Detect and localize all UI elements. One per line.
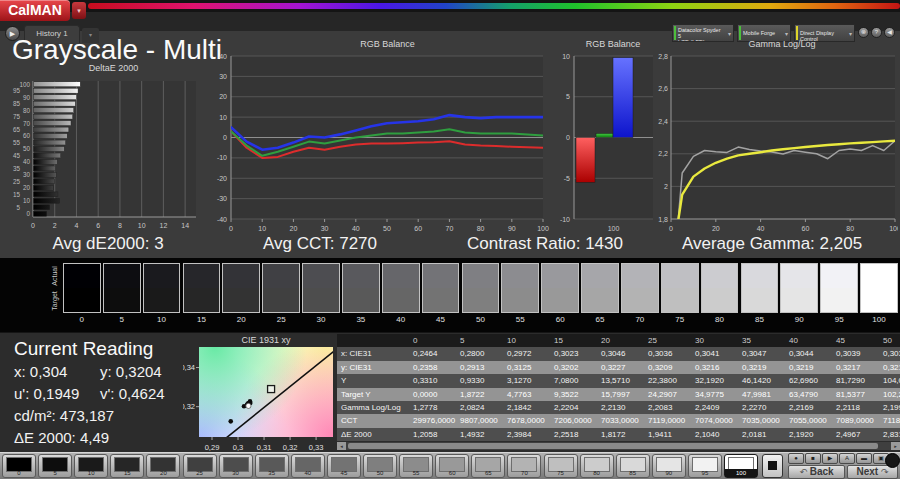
pattern-a-icon: A [845,455,849,461]
pattern-level-90-button[interactable]: 90 [652,454,686,478]
swatch-target-half [303,288,339,312]
help-button[interactable]: ? [871,27,882,38]
scroll-left-icon[interactable]: ◂ [337,442,346,450]
svg-text:90: 90 [23,94,31,101]
swatch-actual-half [423,264,459,288]
settings-button[interactable]: ⊗ [858,27,869,38]
pattern-level-35-button[interactable]: 35 [255,454,289,478]
logo-menu-arrow-icon[interactable]: ▾ [72,2,86,19]
grayscale-swatch-70 [621,263,659,313]
svg-text:-5: -5 [564,175,570,182]
value-cell: 2,1040 [695,428,742,441]
power-button[interactable] [885,453,900,468]
value-cell: 9,3522 [554,388,601,401]
row-label-cell: Y [337,374,413,387]
pattern-level-75-button[interactable]: 75 [544,454,578,478]
svg-text:40: 40 [352,225,360,232]
pattern-level-60-button[interactable]: 60 [435,454,469,478]
reading-x: x: 0,304 [14,363,67,380]
svg-text:30: 30 [23,171,31,178]
dash-button[interactable]: ▬ [856,453,872,464]
scroll-right-icon[interactable]: ▸ [891,442,900,450]
row-label-cell: y: CIE31 [337,361,413,374]
value-cell: 0,3217 [836,361,883,374]
pattern-level-5-button[interactable]: 5 [38,454,72,478]
record-button[interactable]: ● [788,453,804,464]
svg-text:0: 0 [223,134,227,141]
value-cell: 9807,0000 [460,414,507,427]
pattern-level-55-button[interactable]: 55 [399,454,433,478]
swatch-target-half [343,288,379,312]
back-button[interactable]: ↶ Back [788,465,845,479]
pattern-level-85-button[interactable]: 85 [616,454,650,478]
play-button[interactable]: ▶ [822,453,838,464]
grayscale-swatch-90 [780,263,818,313]
swatch-target-half [263,288,299,312]
value-cell: 29976,0000 [413,414,460,427]
value-cell: 2,2130 [601,401,648,414]
pattern-level-100-button[interactable]: 100 [724,454,758,478]
table-scrollbar[interactable]: ◂ ▸ [337,442,900,450]
pattern-level-15-button[interactable]: 15 [110,454,144,478]
svg-text:60: 60 [802,225,810,232]
pattern-level-30-button[interactable]: 30 [219,454,253,478]
gamma-chart: Gamma Log/Log 1,822,22,42,62,80204060801… [648,38,898,235]
pattern-level-40-button[interactable]: 40 [291,454,325,478]
value-cell: 2,1920 [789,428,836,441]
pattern-level-70-button[interactable]: 70 [507,454,541,478]
reading-luminance: cd/m²: 473,187 [14,407,114,424]
pattern-level-20-button[interactable]: 20 [146,454,180,478]
value-cell: 15,7997 [601,388,648,401]
value-cell: 47,9981 [742,388,789,401]
grayscale-swatch-0 [63,263,101,313]
svg-text:5: 5 [16,204,20,211]
value-cell: 0,3209 [648,361,695,374]
pattern-level-95-button[interactable]: 95 [688,454,722,478]
stop-pattern-button[interactable] [762,454,783,478]
swatch-level-label: 90 [780,315,818,324]
calman-logo-button[interactable]: CalMAN [0,0,70,21]
svg-text:0,32: 0,32 [183,402,195,411]
current-reading-title: Current Reading [14,338,153,360]
collapse-button[interactable]: ◀ [884,27,895,38]
pattern-source-label: Mobile Forge [743,27,782,36]
value-cell: 81,5377 [836,388,883,401]
swatch-level-label: 55 [501,315,539,324]
swatch-actual-half [184,264,220,288]
pattern-level-65-button[interactable]: 65 [471,454,505,478]
value-cell: 2,1842 [507,401,554,414]
value-cell: 2,2204 [554,401,601,414]
stop-button[interactable]: ■ [805,453,821,464]
value-cell: 0,2464 [413,347,460,360]
value-cell: 10 [507,334,554,347]
pattern-level-80-button[interactable]: 80 [580,454,614,478]
value-cell: 2,2409 [695,401,742,414]
swatch-target-half [622,288,658,312]
svg-text:25: 25 [13,178,21,185]
value-cell: 2,2118 [836,401,883,414]
svg-text:100: 100 [537,225,549,232]
value-cell: 1,2058 [413,428,460,441]
svg-text:80: 80 [23,107,31,114]
swatch-level-label: 100 [860,315,898,324]
pattern-a-button[interactable]: A [839,453,855,464]
pattern-level-10-button[interactable]: 10 [74,454,108,478]
swatch-actual-half [223,264,259,288]
pattern-level-50-button[interactable]: 50 [363,454,397,478]
value-cell: 2,3984 [507,428,554,441]
pattern-level-45-button[interactable]: 45 [327,454,361,478]
scrollbar-thumb[interactable] [348,443,878,449]
svg-text:55: 55 [13,139,21,146]
grayscale-swatch-85 [741,263,779,313]
value-cell: 50 [883,334,900,347]
pattern-level-number: 25 [184,470,216,476]
value-cell: 7118,0000 [883,414,900,427]
value-cell: 0,3036 [648,347,695,360]
pattern-level-25-button[interactable]: 25 [183,454,217,478]
swatch-target-half [702,288,738,312]
value-cell: 0,3202 [554,361,601,374]
value-cell: 63,4790 [789,388,836,401]
pattern-level-0-button[interactable]: 0 [2,454,36,478]
pattern-level-number: 5 [39,470,71,476]
svg-text:10: 10 [23,197,31,204]
